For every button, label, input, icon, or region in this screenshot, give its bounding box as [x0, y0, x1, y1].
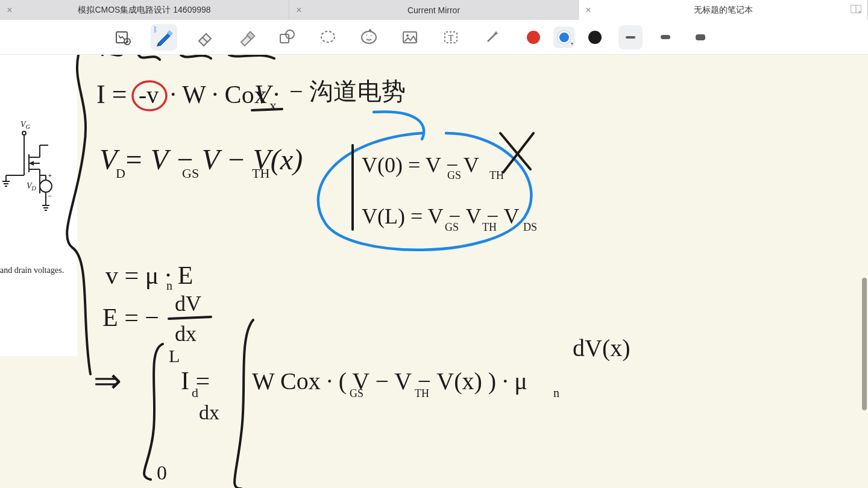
- svg-point-11: [321, 31, 335, 42]
- bluetooth-icon: ᛒ: [153, 25, 157, 34]
- tab-label: 无标题的笔记本: [593, 5, 867, 16]
- svg-text:GS: GS: [447, 169, 461, 181]
- tab-bar: × 模拟CMOS集成电路设计 14609998 × Current Mirror…: [0, 0, 868, 20]
- svg-text:D: D: [116, 166, 125, 181]
- color-red[interactable]: [527, 31, 540, 44]
- svg-rect-9: [280, 34, 289, 43]
- svg-text:n: n: [166, 279, 172, 292]
- svg-line-51: [252, 109, 282, 110]
- svg-line-17: [488, 33, 496, 42]
- color-black[interactable]: [588, 31, 602, 44]
- svg-text:E = −: E = −: [102, 304, 159, 331]
- tab-label: Current Mirror: [304, 5, 578, 15]
- svg-text:V(0) = V   − V: V(0) = V − V: [362, 153, 479, 177]
- tab-untitled-notebook[interactable]: × 无标题的笔记本: [579, 0, 868, 20]
- svg-text:⇒: ⇒: [93, 362, 122, 399]
- close-icon[interactable]: ×: [0, 5, 14, 16]
- svg-text:T: T: [448, 34, 454, 43]
- svg-text:DS: DS: [523, 221, 537, 233]
- ink-layer: I = -v · W · Cox · V x − 沟道电势 V = V − V …: [0, 55, 868, 488]
- svg-text:TH: TH: [252, 166, 269, 181]
- text-icon[interactable]: T: [438, 24, 464, 51]
- tool-group-left: ᛒ T: [110, 24, 505, 51]
- svg-text:-v: -v: [139, 81, 159, 108]
- tab-label: 模拟CMOS集成电路设计 14609998: [14, 5, 289, 16]
- svg-text:GS: GS: [445, 221, 459, 233]
- svg-text:W Cox · ( V    − V     − V(x) : W Cox · ( V − V − V(x) ) · μ: [252, 368, 527, 395]
- scrollbar-thumb[interactable]: [862, 278, 867, 410]
- magic-icon[interactable]: [479, 24, 505, 51]
- highlighter-icon[interactable]: [233, 24, 259, 51]
- pen-icon[interactable]: ᛒ: [151, 24, 177, 51]
- close-icon[interactable]: ×: [289, 5, 304, 16]
- svg-text:− 沟道电势: − 沟道电势: [289, 78, 406, 105]
- svg-text:TH: TH: [415, 387, 429, 399]
- svg-text:TH: TH: [489, 169, 504, 181]
- svg-text:d: d: [192, 385, 198, 400]
- drawing-canvas[interactable]: VG VD + −: [0, 55, 868, 488]
- svg-text:GS: GS: [182, 166, 199, 181]
- chevron-down-icon: ▾: [571, 41, 573, 46]
- color-blue[interactable]: ▾: [553, 27, 575, 48]
- stroke-group: [618, 25, 712, 49]
- svg-text:x: x: [269, 98, 277, 113]
- svg-text:V  =  V    − V     − V(x): V = V − V − V(x): [99, 143, 303, 176]
- stroke-thin[interactable]: [618, 25, 643, 49]
- svg-text:TH: TH: [482, 221, 497, 233]
- image-icon[interactable]: [397, 24, 423, 51]
- svg-point-14: [406, 34, 409, 37]
- svg-text:L: L: [169, 346, 180, 366]
- tab-current-mirror[interactable]: × Current Mirror: [289, 0, 579, 20]
- svg-point-2: [858, 11, 861, 13]
- eraser-icon[interactable]: [192, 24, 218, 51]
- svg-text:I =: I =: [96, 80, 127, 109]
- vertical-scrollbar[interactable]: [862, 55, 867, 488]
- svg-text:n: n: [553, 386, 559, 399]
- shape-icon[interactable]: [274, 24, 300, 51]
- svg-point-12: [362, 31, 376, 43]
- color-group: ▾: [527, 27, 602, 48]
- close-icon[interactable]: ×: [579, 5, 593, 16]
- svg-text:GS: GS: [350, 387, 363, 399]
- lasso-icon[interactable]: [315, 24, 341, 51]
- svg-text:dx: dx: [199, 401, 219, 424]
- stroke-thick[interactable]: [688, 25, 712, 49]
- sticker-icon[interactable]: [356, 24, 382, 51]
- toolbar: ᛒ T ▾: [0, 20, 868, 55]
- zoom-add-icon[interactable]: [110, 24, 136, 51]
- svg-line-69: [169, 317, 211, 319]
- split-view-icon[interactable]: [851, 5, 861, 16]
- tab-cmos[interactable]: × 模拟CMOS集成电路设计 14609998: [0, 0, 289, 20]
- svg-text:dV(x): dV(x): [573, 334, 631, 361]
- svg-text:dx: dx: [175, 322, 197, 346]
- svg-text:v = μ  · E: v = μ · E: [105, 261, 193, 289]
- svg-text:dV: dV: [175, 292, 201, 316]
- stroke-medium[interactable]: [653, 25, 678, 49]
- svg-text:0: 0: [157, 461, 167, 484]
